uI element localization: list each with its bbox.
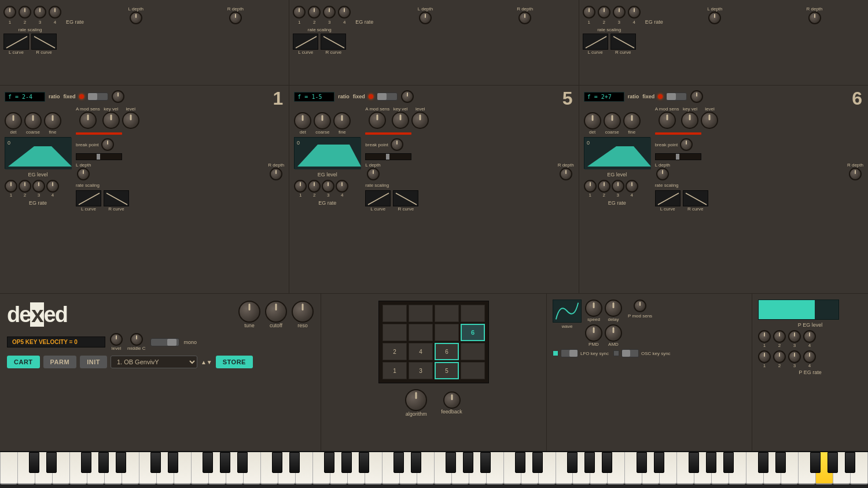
op4-eg-rate3[interactable] (32, 180, 45, 193)
lfo-amd-knob[interactable] (605, 324, 622, 342)
lfo-key-sync-toggle[interactable] (561, 349, 578, 357)
algorithm-knob[interactable] (405, 389, 427, 411)
op2-rate4-top-knob[interactable] (338, 6, 351, 19)
op6-eg-rate2[interactable] (598, 180, 610, 193)
op5-det-knob[interactable] (294, 112, 311, 130)
piano-keyboard[interactable] (0, 451, 868, 488)
op5-rdepth-knob[interactable] (560, 168, 572, 180)
op6-eg-rate1[interactable] (584, 180, 597, 193)
op6-toggle-knob[interactable] (690, 90, 703, 103)
op3-rate2-top-knob[interactable] (598, 6, 610, 19)
algo-cell-2-0[interactable]: 2 (382, 343, 407, 360)
cart-button[interactable]: CART (7, 356, 40, 368)
op6-eg-rate4[interactable] (626, 180, 638, 193)
op5-eg-rate2[interactable] (308, 180, 321, 193)
peg-rate3-knob[interactable] (788, 350, 801, 363)
init-button[interactable]: INIT (80, 356, 107, 368)
op5-eg-rate4[interactable] (336, 180, 348, 193)
algo-cell-0-3[interactable] (461, 305, 485, 322)
cutoff-knob[interactable] (265, 301, 287, 323)
op4-level-knob[interactable] (122, 112, 139, 129)
op5-coarse-knob[interactable] (314, 112, 331, 130)
osc-key-sync-toggle[interactable] (621, 349, 639, 357)
algo-cell-1-0[interactable] (382, 324, 407, 341)
op5-kv-knob[interactable] (392, 112, 409, 129)
peg-level4-knob[interactable] (803, 330, 816, 343)
lfo-speed-knob[interactable] (585, 300, 602, 317)
algo-cell-0-0[interactable] (382, 305, 407, 322)
peg-rate1-knob[interactable] (758, 350, 771, 363)
op2-rate3-top-knob[interactable] (323, 6, 336, 19)
peg-level1-knob[interactable] (758, 330, 771, 343)
op4-rdepth-knob[interactable] (270, 168, 282, 180)
op5-toggle[interactable] (377, 93, 398, 101)
op4-eg-rate1[interactable] (5, 180, 17, 193)
algo-cell-0-2[interactable] (435, 305, 459, 322)
op4-eg-rate2[interactable] (19, 180, 31, 193)
lfo-pmd-knob[interactable] (585, 324, 602, 342)
osc-key-sync-indicator[interactable] (613, 350, 619, 356)
algo-cell-2-3[interactable] (461, 343, 485, 360)
lfo-key-sync-indicator[interactable] (553, 350, 558, 356)
op2-ldepth-top-knob[interactable] (419, 12, 432, 24)
op6-ams-knob[interactable] (659, 112, 676, 129)
op1-rate3-top-knob[interactable] (34, 6, 46, 19)
algo-cell-1-1[interactable] (409, 324, 433, 341)
op1-rate1-top-knob[interactable] (3, 6, 16, 19)
op6-level-knob[interactable] (701, 112, 718, 129)
peg-rate2-knob[interactable] (773, 350, 786, 363)
op5-eg-rate3[interactable] (322, 180, 334, 193)
op4-ams-knob[interactable] (79, 112, 97, 129)
lfo-delay-knob[interactable] (605, 300, 622, 317)
op5-led[interactable] (369, 94, 373, 99)
p-mod-sens-knob[interactable] (634, 300, 646, 312)
store-button[interactable]: STORE (216, 356, 253, 368)
feedback-knob[interactable] (443, 391, 461, 409)
algo-cell-3-3[interactable] (461, 362, 485, 379)
op6-ldepth-knob[interactable] (656, 168, 669, 180)
op5-ams-knob[interactable] (369, 112, 386, 129)
op4-bp-knob[interactable] (101, 138, 114, 151)
op3-rate1-top-knob[interactable] (583, 6, 595, 19)
op6-toggle[interactable] (666, 93, 687, 101)
op3-rdepth-top-knob[interactable] (808, 12, 821, 24)
parm-button[interactable]: PARM (43, 356, 77, 368)
op4-toggle-knob[interactable] (112, 90, 124, 103)
reso-knob[interactable] (292, 301, 314, 323)
op2-rdepth-top-knob[interactable] (518, 12, 531, 24)
op6-bp-slider[interactable] (655, 153, 701, 160)
level-knob[interactable] (110, 333, 123, 346)
op6-fine-knob[interactable] (623, 112, 641, 130)
op4-led[interactable] (79, 94, 84, 99)
algo-cell-2-1[interactable]: 4 (409, 343, 433, 360)
op4-bp-slider[interactable] (76, 153, 122, 160)
op6-kv-knob[interactable] (681, 112, 698, 129)
peg-level3-knob[interactable] (788, 330, 801, 343)
op5-ldepth-knob[interactable] (367, 168, 380, 180)
algo-cell-3-1[interactable]: 3 (409, 362, 433, 379)
op5-toggle-knob[interactable] (401, 90, 414, 103)
op1-ldepth-top-knob[interactable] (130, 12, 142, 24)
op2-rate1-top-knob[interactable] (293, 6, 306, 19)
op4-kv-knob[interactable] (102, 112, 120, 129)
op4-det-knob[interactable] (5, 112, 22, 130)
op5-bp-knob[interactable] (391, 138, 403, 151)
algo-cell-1-2[interactable] (435, 324, 459, 341)
op6-bp-knob[interactable] (680, 138, 693, 151)
middle-c-knob[interactable] (130, 333, 143, 346)
op1-rdepth-top-knob[interactable] (229, 12, 242, 24)
op4-fine-knob[interactable] (44, 112, 61, 130)
algo-cell-1-3[interactable]: 6 (461, 324, 485, 341)
preset-selector[interactable]: 1. OB GenvivY (111, 356, 197, 368)
op3-ldepth-top-knob[interactable] (708, 12, 721, 24)
tune-knob[interactable] (238, 301, 260, 323)
algo-cell-2-2[interactable]: 6 (435, 343, 459, 360)
op5-level-knob[interactable] (411, 112, 429, 129)
op4-toggle[interactable] (87, 93, 108, 101)
peg-level2-knob[interactable] (773, 330, 786, 343)
algo-cell-3-2[interactable]: 5 (435, 362, 459, 379)
op5-eg-rate1[interactable] (294, 180, 307, 193)
op2-rate2-top-knob[interactable] (308, 6, 321, 19)
algo-cell-0-1[interactable] (409, 305, 433, 322)
op6-rdepth-knob[interactable] (849, 168, 862, 180)
